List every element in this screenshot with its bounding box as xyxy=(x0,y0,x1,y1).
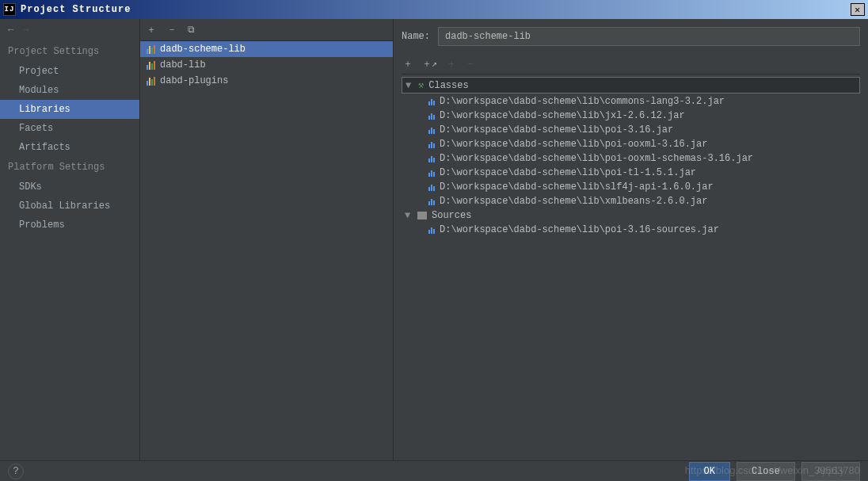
add-library-icon[interactable]: ＋ xyxy=(147,23,156,36)
help-button[interactable]: ? xyxy=(8,464,24,479)
tree-group[interactable]: ▼⚒Classes xyxy=(402,77,860,94)
sidebar-item-artifacts[interactable]: Artifacts xyxy=(0,138,139,157)
library-item[interactable]: dabd-lib xyxy=(140,57,393,73)
jar-icon xyxy=(428,197,435,205)
content-tree: ▼⚒ClassesD:\workspace\dabd-scheme\lib\co… xyxy=(402,74,860,460)
apply-button[interactable]: Apply xyxy=(801,462,860,481)
sidebar-item-project[interactable]: Project xyxy=(0,62,139,81)
library-list-panel: ＋ － ⧉ dadb-scheme-libdabd-libdabd-plugin… xyxy=(140,19,394,460)
add-content-icon[interactable]: ＋ xyxy=(403,57,413,71)
library-name-input[interactable] xyxy=(438,27,860,46)
tree-file[interactable]: D:\workspace\dabd-scheme\lib\poi-ooxml-s… xyxy=(402,151,860,166)
tree-file[interactable]: D:\workspace\dabd-scheme\lib\slf4j-api-1… xyxy=(402,180,860,194)
library-item[interactable]: dabd-plugins xyxy=(140,73,393,89)
remove-content-icon: － xyxy=(466,57,475,71)
sidebar-item-global-libraries[interactable]: Global Libraries xyxy=(0,197,139,216)
add-disabled-icon: ＋ xyxy=(447,57,456,71)
sidebar-heading: Platform Settings xyxy=(0,157,139,178)
sidebar-heading: Project Settings xyxy=(0,41,139,62)
library-icon xyxy=(147,44,155,54)
tree-file[interactable]: D:\workspace\dabd-scheme\lib\jxl-2.6.12.… xyxy=(402,109,860,123)
name-row: Name: xyxy=(402,27,860,46)
nav-arrows: ← → xyxy=(0,19,139,41)
sidebar-item-libraries[interactable]: Libraries xyxy=(0,100,139,119)
tree-group-label: Sources xyxy=(432,210,471,221)
window-close-button[interactable]: ✕ xyxy=(851,3,865,16)
ok-button[interactable]: OK xyxy=(689,462,730,481)
classes-icon: ⚒ xyxy=(418,79,424,91)
close-button[interactable]: Close xyxy=(737,462,795,481)
library-item[interactable]: dadb-scheme-lib xyxy=(140,41,393,57)
jar-icon xyxy=(428,97,435,105)
tree-file-path: D:\workspace\dabd-scheme\lib\slf4j-api-1… xyxy=(440,181,714,193)
tree-file-path: D:\workspace\dabd-scheme\lib\poi-ooxml-3… xyxy=(440,139,707,150)
tree-file-path: D:\workspace\dabd-scheme\lib\poi-3.16.ja… xyxy=(440,124,673,136)
jar-icon xyxy=(428,155,435,162)
tree-file[interactable]: D:\workspace\dabd-scheme\lib\commons-lan… xyxy=(402,94,860,109)
expand-arrow-icon[interactable]: ▼ xyxy=(405,80,413,91)
tree-file-path: D:\workspace\dabd-scheme\lib\poi-ooxml-s… xyxy=(440,153,753,164)
tree-file[interactable]: D:\workspace\dabd-scheme\lib\poi-tl-1.5.… xyxy=(402,166,860,180)
library-icon xyxy=(147,60,155,70)
library-detail-panel: Name: ＋ ＋↗ ＋ － ▼⚒ClassesD:\workspace\dab… xyxy=(394,19,868,460)
jar-icon xyxy=(428,140,435,148)
window-title: Project Structure xyxy=(21,4,131,15)
tree-file[interactable]: D:\workspace\dabd-scheme\lib\poi-3.16.ja… xyxy=(402,123,860,137)
tree-group[interactable]: ▼Sources xyxy=(402,208,860,223)
library-list: dadb-scheme-libdabd-libdabd-plugins xyxy=(140,41,393,460)
back-icon[interactable]: ← xyxy=(8,25,13,36)
library-icon xyxy=(147,76,155,86)
library-item-label: dabd-plugins xyxy=(160,75,228,86)
sidebar-item-sdks[interactable]: SDKs xyxy=(0,178,139,197)
tree-file-path: D:\workspace\dabd-scheme\lib\poi-3.16-so… xyxy=(440,224,719,235)
jar-icon xyxy=(428,169,435,177)
tree-file[interactable]: D:\workspace\dabd-scheme\lib\xmlbeans-2.… xyxy=(402,194,860,208)
content-toolbar: ＋ ＋↗ ＋ － xyxy=(402,54,860,74)
add-with-arrow-icon[interactable]: ＋↗ xyxy=(422,57,437,71)
jar-icon xyxy=(428,183,435,191)
jar-icon xyxy=(428,112,435,120)
library-item-label: dabd-lib xyxy=(160,59,206,71)
tree-file-path: D:\workspace\dabd-scheme\lib\xmlbeans-2.… xyxy=(440,196,707,207)
tree-file-path: D:\workspace\dabd-scheme\lib\jxl-2.6.12.… xyxy=(440,110,685,121)
tree-file-path: D:\workspace\dabd-scheme\lib\poi-tl-1.5.… xyxy=(440,167,696,178)
sidebar: ← → Project SettingsProjectModulesLibrar… xyxy=(0,19,140,460)
jar-icon xyxy=(428,126,435,134)
footer: ? OK Close Apply xyxy=(0,460,868,481)
sidebar-item-problems[interactable]: Problems xyxy=(0,216,139,235)
copy-library-icon[interactable]: ⧉ xyxy=(188,25,195,36)
tree-group-label: Classes xyxy=(428,80,468,91)
library-item-label: dadb-scheme-lib xyxy=(160,44,246,55)
main-content: ← → Project SettingsProjectModulesLibrar… xyxy=(0,19,868,460)
tree-file[interactable]: D:\workspace\dabd-scheme\lib\poi-ooxml-3… xyxy=(402,137,860,151)
sidebar-item-modules[interactable]: Modules xyxy=(0,81,139,100)
remove-library-icon[interactable]: － xyxy=(167,23,177,36)
app-logo-icon: IJ xyxy=(3,3,16,16)
jar-icon xyxy=(428,226,435,234)
tree-file-path: D:\workspace\dabd-scheme\lib\commons-lan… xyxy=(440,96,725,107)
tree-file[interactable]: D:\workspace\dabd-scheme\lib\poi-3.16-so… xyxy=(402,223,860,237)
name-label: Name: xyxy=(402,31,430,42)
sidebar-item-facets[interactable]: Facets xyxy=(0,119,139,138)
expand-arrow-icon[interactable]: ▼ xyxy=(405,210,413,221)
titlebar: IJ Project Structure ✕ xyxy=(0,0,868,19)
folder-icon xyxy=(417,212,427,220)
library-toolbar: ＋ － ⧉ xyxy=(140,19,393,41)
forward-icon[interactable]: → xyxy=(23,25,29,36)
